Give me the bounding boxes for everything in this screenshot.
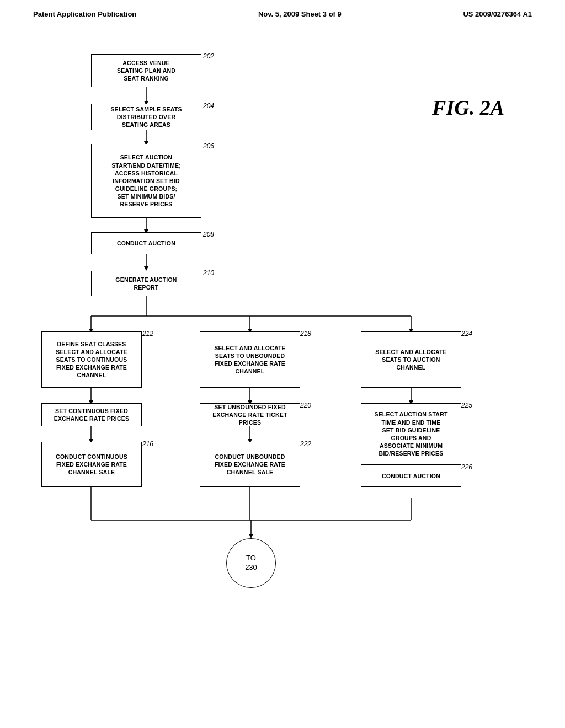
ref-202: 202 bbox=[203, 52, 214, 60]
diagram-area: FIG. 2A bbox=[0, 24, 565, 686]
ref-222: 222 bbox=[300, 440, 311, 448]
box-212: DEFINE SEAT CLASSES SELECT AND ALLOCATE … bbox=[41, 331, 142, 388]
svg-marker-7 bbox=[144, 266, 148, 271]
box-220: SET UNBOUNDED FIXED EXCHANGE RATE TICKET… bbox=[200, 403, 300, 426]
box-226: CONDUCT AUCTION bbox=[361, 465, 461, 487]
header-right: US 2009/0276364 A1 bbox=[463, 10, 532, 18]
box-214: SET CONTINUOUS FIXED EXCHANGE RATE PRICE… bbox=[41, 403, 142, 426]
box-216: CONDUCT CONTINUOUS FIXED EXCHANGE RATE C… bbox=[41, 442, 142, 487]
circle-230: TO 230 bbox=[226, 538, 276, 588]
svg-marker-33 bbox=[249, 534, 253, 538]
ref-224: 224 bbox=[461, 330, 472, 338]
box-206: SELECT AUCTION START/END DATE/TIME; ACCE… bbox=[91, 144, 201, 218]
header-middle: Nov. 5, 2009 Sheet 3 of 9 bbox=[258, 10, 342, 18]
ref-216: 216 bbox=[142, 440, 153, 448]
ref-212: 212 bbox=[142, 330, 153, 338]
ref-208: 208 bbox=[203, 231, 214, 238]
ref-206: 206 bbox=[203, 142, 214, 150]
box-222: CONDUCT UNBOUNDED FIXED EXCHANGE RATE CH… bbox=[200, 442, 300, 487]
ref-226: 226 bbox=[461, 463, 472, 471]
ref-218: 218 bbox=[300, 330, 311, 338]
box-202: ACCESS VENUE SEATING PLAN AND SEAT RANKI… bbox=[91, 54, 201, 87]
box-224: SELECT AND ALLOCATE SEATS TO AUCTION CHA… bbox=[361, 331, 461, 388]
box-210: GENERATE AUCTION REPORT bbox=[91, 271, 201, 296]
ref-210: 210 bbox=[203, 269, 214, 277]
box-204: SELECT SAMPLE SEATS DISTRIBUTED OVER SEA… bbox=[91, 104, 201, 130]
box-208: CONDUCT AUCTION bbox=[91, 232, 201, 254]
box-218: SELECT AND ALLOCATE SEATS TO UNBOUNDED F… bbox=[200, 331, 300, 388]
figure-label: FIG. 2A bbox=[432, 95, 504, 120]
ref-225: 225 bbox=[461, 402, 472, 409]
ref-204: 204 bbox=[203, 102, 214, 110]
ref-220: 220 bbox=[300, 402, 311, 409]
header-left: Patent Application Publication bbox=[33, 10, 136, 18]
box-225: SELECT AUCTION START TIME AND END TIME S… bbox=[361, 403, 461, 465]
